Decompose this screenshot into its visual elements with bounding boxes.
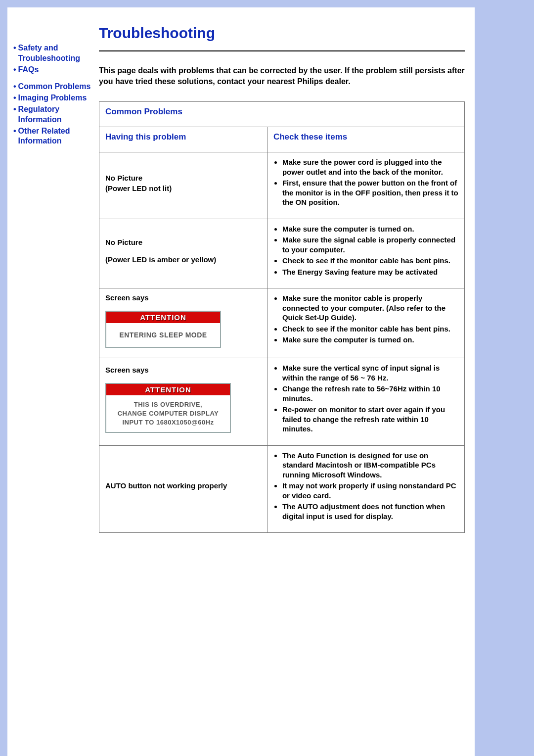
nav-link[interactable]: Imaging Problems [18, 93, 87, 103]
nav-link[interactable]: Common Problems [18, 82, 91, 92]
check-list: Make sure the vertical sync of input sig… [282, 363, 458, 434]
problem-title: No Picture [105, 174, 261, 182]
problem-title: No Picture [105, 238, 261, 246]
nav-link[interactable]: Safety and Troubleshooting [18, 43, 94, 64]
check-cell: Make sure the computer is turned on. Mak… [267, 219, 464, 288]
sidebar-item-imaging-problems[interactable]: • Imaging Problems [12, 93, 94, 103]
bullet-icon: • [13, 104, 16, 125]
attention-line: CHANGE COMPUTER DISPLAY [118, 410, 219, 417]
sidebar-item-safety[interactable]: • Safety and Troubleshooting [12, 43, 94, 64]
sidebar-item-faqs[interactable]: • FAQs [12, 65, 94, 75]
list-item: Make sure the signal cable is properly c… [282, 235, 458, 254]
bullet-icon: • [13, 93, 16, 103]
sidebar-item-common-problems[interactable]: • Common Problems [12, 82, 94, 92]
sidebar-item-regulatory[interactable]: • Regulatory Information [12, 104, 94, 125]
nav-link[interactable]: Other Related Information [18, 126, 94, 147]
sidebar-item-other-related[interactable]: • Other Related Information [12, 126, 94, 147]
list-item: Make sure the computer is turned on. [282, 224, 458, 234]
page-root: • Safety and Troubleshooting • FAQs • Co… [7, 7, 475, 756]
nav-link[interactable]: Regulatory Information [18, 104, 94, 125]
list-item: Check to see if the monitor cable has be… [282, 324, 458, 334]
list-item: The Energy Saving feature may be activat… [282, 267, 458, 277]
check-list: Make sure the power cord is plugged into… [282, 157, 458, 207]
list-item: It may not work properly if using nonsta… [282, 481, 458, 500]
problem-cell: AUTO button not working properly [99, 445, 267, 533]
check-cell: Make sure the power cord is plugged into… [267, 152, 464, 219]
nav-link[interactable]: FAQs [18, 65, 39, 75]
col-header-problem: Having this problem [99, 127, 267, 152]
table-row: No Picture (Power LED not lit) Make sure… [99, 152, 465, 219]
problem-cell: No Picture (Power LED not lit) [99, 152, 267, 219]
attention-line: THIS IS OVERDRIVE, [134, 401, 202, 408]
problem-cell: No Picture (Power LED is amber or yellow… [99, 219, 267, 288]
bullet-icon: • [13, 65, 16, 75]
check-list: Make sure the computer is turned on. Mak… [282, 224, 458, 277]
troubleshooting-table: Common Problems Having this problem Chec… [99, 101, 465, 533]
problem-title: Screen says [105, 293, 261, 302]
check-cell: Make sure the vertical sync of input sig… [267, 358, 464, 446]
problem-sub: (Power LED is amber or yellow) [105, 255, 261, 264]
list-item: Make sure the vertical sync of input sig… [282, 363, 458, 382]
divider [99, 50, 465, 51]
list-item: Change the refresh rate to 56~76Hz withi… [282, 384, 458, 403]
col-header-check: Check these items [267, 127, 464, 152]
check-cell: The Auto Function is designed for use on… [267, 445, 464, 533]
attention-header: ATTENTION [106, 384, 230, 395]
attention-box: ATTENTION ENTERING SLEEP MODE [105, 311, 221, 348]
check-cell: Make sure the monitor cable is properly … [267, 288, 464, 358]
check-list: Make sure the monitor cable is properly … [282, 293, 458, 345]
problem-title: Screen says [105, 366, 261, 374]
attention-body: ENTERING SLEEP MODE [106, 323, 220, 347]
attention-box: ATTENTION THIS IS OVERDRIVE, CHANGE COMP… [105, 383, 231, 433]
page-title: Troubleshooting [99, 25, 465, 42]
problem-cell: Screen says ATTENTION ENTERING SLEEP MOD… [99, 288, 267, 358]
table-row: AUTO button not working properly The Aut… [99, 445, 465, 533]
list-item: The AUTO adjustment does not function wh… [282, 502, 458, 521]
problem-cell: Screen says ATTENTION THIS IS OVERDRIVE,… [99, 358, 267, 446]
table-row: No Picture (Power LED is amber or yellow… [99, 219, 465, 288]
list-item: Make sure the monitor cable is properly … [282, 293, 458, 323]
table-row: Screen says ATTENTION ENTERING SLEEP MOD… [99, 288, 465, 358]
main-content: Troubleshooting This page deals with pro… [94, 17, 470, 755]
bullet-icon: • [13, 43, 16, 64]
bullet-icon: • [13, 126, 16, 147]
attention-line: INPUT TO 1680X1050@60Hz [122, 419, 214, 426]
problem-title: AUTO button not working properly [105, 481, 261, 490]
attention-body: THIS IS OVERDRIVE, CHANGE COMPUTER DISPL… [106, 395, 230, 432]
sidebar-nav: • Safety and Troubleshooting • FAQs • Co… [12, 17, 94, 755]
list-item: Check to see if the monitor cable has be… [282, 256, 458, 266]
list-item: Make sure the power cord is plugged into… [282, 157, 458, 177]
intro-text: This page deals with problems that can b… [99, 65, 465, 87]
list-item: The Auto Function is designed for use on… [282, 451, 458, 480]
attention-header: ATTENTION [106, 312, 220, 323]
list-item: First, ensure that the power button on t… [282, 178, 458, 207]
bullet-icon: • [13, 82, 16, 92]
table-row: Screen says ATTENTION THIS IS OVERDRIVE,… [99, 358, 465, 446]
table-section-header: Common Problems [99, 102, 465, 127]
problem-sub: (Power LED not lit) [105, 184, 261, 192]
list-item: Re-power on monitor to start over again … [282, 405, 458, 434]
check-list: The Auto Function is designed for use on… [282, 451, 458, 521]
list-item: Make sure the computer is turned on. [282, 335, 458, 345]
